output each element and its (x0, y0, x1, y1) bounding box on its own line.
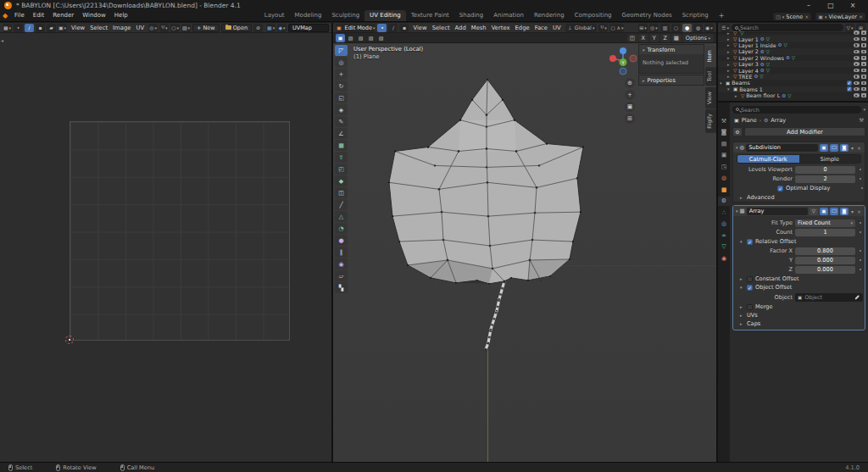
workspace-tab-shading[interactable]: Shading (454, 10, 488, 21)
merge-label[interactable]: Merge (755, 303, 773, 310)
navigation-gizmo[interactable]: Y (608, 46, 638, 76)
mesh-vertex[interactable] (536, 186, 537, 188)
hide-in-viewport-icon[interactable] (854, 31, 860, 35)
mesh-vertex[interactable] (398, 241, 400, 242)
animate-dot[interactable] (858, 250, 863, 253)
hide-in-viewport-icon[interactable] (854, 69, 860, 73)
gizmo-z-axis[interactable] (620, 47, 626, 54)
mesh-select-vertex-icon[interactable]: • (377, 24, 387, 32)
optimal-display-checkbox[interactable]: ✓ (777, 186, 783, 192)
mesh-vertex[interactable] (498, 298, 500, 300)
expand-icon[interactable]: ▸ (735, 93, 739, 98)
display-channels-icon[interactable]: ▦▾ (266, 24, 275, 32)
unlink-scene-icon[interactable]: × (804, 14, 809, 19)
expand-icon[interactable]: ▸ (727, 68, 732, 73)
array-delete-icon[interactable]: × (856, 208, 862, 214)
animate-dot[interactable] (858, 178, 863, 180)
mesh-vertex[interactable] (527, 280, 529, 281)
caps-section-header[interactable]: Caps (747, 320, 760, 327)
hide-in-viewport-icon[interactable] (854, 93, 860, 97)
exclude-checkbox[interactable]: ✓ (847, 86, 852, 92)
mesh-vertex[interactable] (576, 177, 578, 179)
mesh-vertex[interactable] (471, 99, 473, 101)
mesh-vertex[interactable] (441, 211, 442, 213)
mesh-vertex[interactable] (458, 151, 459, 153)
mesh-vertex[interactable] (569, 258, 570, 260)
edge-slide-tool-icon[interactable]: ∥ (335, 247, 348, 258)
shear-tool-icon[interactable]: ▱ (335, 270, 348, 281)
mesh-vertex[interactable] (496, 310, 498, 312)
hide-in-viewport-icon[interactable] (854, 75, 860, 79)
workspace-tab-rendering[interactable]: Rendering (529, 10, 570, 21)
disable-in-render-icon[interactable] (861, 43, 867, 47)
select-mode-subtract-icon[interactable]: ▨ (356, 34, 365, 42)
cursor-tool-icon[interactable]: ◎ (335, 57, 348, 68)
mirror-z-button[interactable]: Z (660, 34, 670, 42)
uv-map-icon[interactable]: ◆▾ (277, 24, 287, 32)
zoom-viewport-icon[interactable]: ⊕ (625, 78, 635, 88)
disable-in-render-icon[interactable] (861, 69, 867, 73)
animate-dot[interactable] (858, 222, 863, 225)
workspace-tab-geometry-nodes[interactable]: Geometry Nodes (617, 10, 677, 21)
mesh-vertex[interactable] (427, 147, 429, 148)
render-levels-field[interactable]: 2 (795, 175, 855, 183)
properties-tab-constraints[interactable]: ∞ (718, 230, 730, 240)
mesh-vertex[interactable] (485, 349, 487, 351)
uv-canvas[interactable]: ◂ (0, 34, 331, 462)
snap-grid-icon[interactable]: ▦ (671, 34, 682, 42)
outliner-row[interactable]: ▾▣Beams✓ (718, 80, 868, 86)
add-workspace-button[interactable]: + (714, 10, 730, 21)
viewport-menu-edge[interactable]: Edge (513, 25, 532, 31)
scene-selector[interactable]: ◳▾ Scene × (772, 12, 812, 21)
array-render-toggle[interactable]: ◙ (840, 208, 849, 215)
hide-in-viewport-icon[interactable] (854, 62, 860, 66)
mirror-y-button[interactable]: Y (649, 34, 659, 42)
workspace-tab-animation[interactable]: Animation (488, 10, 529, 21)
shading-solid-icon[interactable]: ● (682, 24, 692, 32)
relative-offset-label[interactable]: Relative Offset (755, 238, 797, 245)
toggle-xray-icon[interactable]: ▥ (660, 24, 670, 32)
mesh-vertex[interactable] (580, 211, 581, 213)
uv-image-browse-icon[interactable]: ▨▾ (181, 24, 191, 32)
mesh-vertex[interactable] (510, 277, 512, 279)
add-cube-tool-icon[interactable]: ▦ (335, 140, 348, 151)
shrink-fatten-tool-icon[interactable]: ◉ (335, 258, 348, 269)
mode-selector[interactable]: ▣ Edit Mode▾ (336, 24, 376, 32)
shading-material-icon[interactable]: ◍ (693, 24, 703, 32)
animate-dot[interactable] (858, 231, 863, 234)
select-mode-extend-icon[interactable]: ▨ (346, 34, 355, 42)
viewport-menu-select[interactable]: Select (430, 25, 453, 31)
menu-render[interactable]: Render (48, 10, 78, 21)
outliner-row[interactable]: ▸▽Layer 1 Inside⚙▽ (718, 42, 868, 48)
mesh-vertex[interactable] (529, 259, 531, 261)
uv-select-vertex-icon[interactable]: • (14, 24, 23, 32)
outliner-row[interactable]: ▸▽Layer 2⚙▽ (718, 48, 868, 54)
workspace-tab-compositing[interactable]: Compositing (570, 10, 617, 21)
outliner-row[interactable]: ▸▽Layer 1⚙▽ (718, 36, 868, 42)
viewport-menu-mesh[interactable]: Mesh (469, 25, 489, 31)
disable-in-render-icon[interactable] (861, 81, 867, 86)
mesh-vertex[interactable] (504, 280, 505, 282)
factor-y-field[interactable]: 0.000 (795, 257, 855, 264)
mesh-vertex[interactable] (531, 239, 533, 241)
mesh-vertex[interactable] (489, 245, 491, 247)
array-realtime-toggle[interactable]: 🖵 (830, 208, 838, 215)
mesh-vertex[interactable] (549, 275, 551, 277)
constant-offset-label[interactable]: Constant Offset (755, 275, 799, 282)
menu-window[interactable]: Window (78, 10, 110, 21)
fit-type-dropdown[interactable]: Fixed Count▾ (795, 219, 855, 227)
outliner-row[interactable]: ▸▽Layer 4⚙▽ (718, 67, 868, 73)
mirror-x-button[interactable]: X (638, 34, 648, 42)
object-offset-field[interactable]: ▣ Object (795, 293, 863, 302)
array-panel-header[interactable]: ▾ ▦ Array ▽ ▣ 🖵 ◙ ▾ × (733, 206, 865, 216)
workspace-tab-sculpting[interactable]: Sculpting (326, 10, 364, 21)
view-layer-selector[interactable]: ▣▾ ViewLayer × (815, 12, 866, 21)
subdiv-extras-dropdown[interactable]: ▾ (850, 145, 854, 151)
rotate-tool-icon[interactable]: ↻ (335, 81, 348, 92)
hide-in-viewport-icon[interactable] (854, 43, 860, 47)
inset-faces-tool-icon[interactable]: ◰ (335, 164, 348, 175)
mesh-vertex[interactable] (394, 151, 396, 153)
uv-pivot-icon[interactable]: ◎▾ (148, 24, 158, 32)
viewport-menu-face[interactable]: Face (532, 25, 550, 31)
mesh-vertex[interactable] (534, 212, 536, 214)
